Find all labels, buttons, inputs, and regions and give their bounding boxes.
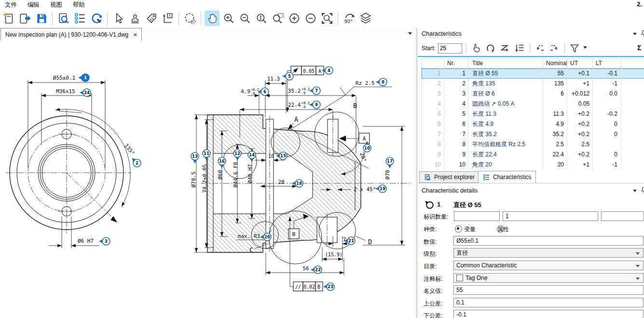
table-row[interactable]: 44圆跳动 ↗ 0.05 A0.05 [422,99,644,109]
select-cursor-icon[interactable] [111,11,126,26]
balloon-19[interactable]: 19 [375,185,386,193]
zoom-in-icon[interactable] [221,11,236,26]
move-next-icon[interactable] [548,42,561,54]
pin-icon[interactable] [641,30,644,38]
stamp-icon[interactable] [127,11,142,26]
zoom-window-icon[interactable] [270,11,285,26]
sort-list-icon[interactable] [514,42,526,54]
details-pin-icon[interactable] [641,187,644,194]
balloon-7[interactable]: 7 [309,87,320,95]
svg-text:7: 7 [343,236,346,243]
balloon-23[interactable]: 23 [323,283,334,290]
balloon-17[interactable]: 17 [386,157,394,168]
count-input-1[interactable] [454,211,500,221]
class-select[interactable]: 直径 [453,248,644,258]
tag-icon[interactable] [144,11,159,26]
pan-hand-icon[interactable] [205,11,219,26]
svg-text:22.4: 22.4 [288,102,301,108]
toolbar-separator [530,43,530,53]
characteristic-name: 直径 Ø 55 [453,201,481,209]
balloon-2[interactable]: 2 [130,156,141,167]
zoom-fit-icon[interactable] [319,11,334,26]
panel-menu-caret-icon[interactable] [633,33,637,37]
svg-text:Ø78.5: Ø78.5 [191,171,197,187]
table-row[interactable]: 1010角度 2020+1-1 [422,160,644,170]
move-previous-icon[interactable] [534,42,546,54]
sum-sigma-button[interactable]: Σ [637,44,641,52]
zoom-dynamic-icon[interactable] [254,11,269,26]
lower-tolerance-input[interactable] [453,310,644,318]
filter-caret-icon[interactable] [583,46,587,51]
document-tab[interactable]: New inspection plan (A) | 930-1200-406-V… [0,28,142,41]
close-tab-icon[interactable]: × [133,31,137,39]
table-row[interactable]: 22角度 135135+1-1 [422,79,644,89]
characteristics-table: Nr. Title Nominal UT LT 11直径 Ø 5555+0.1-… [421,58,644,170]
details-menu-caret-icon[interactable] [633,190,637,194]
tag-checkbox[interactable] [456,275,463,281]
open-document-icon[interactable] [17,11,32,26]
count-input-2[interactable] [503,211,598,221]
svg-text:10: 10 [364,146,370,151]
section-view: 0.05 A 11.3 4.9 +0.2 -0 35.2 +0.2 -0 [191,66,412,291]
table-row[interactable]: 77长度 35.235.2+0.20 [422,129,644,139]
characteristics-list-icon[interactable] [72,11,87,26]
svg-text://: // [295,284,301,290]
svg-text:Ø40 H7: Ø40 H7 [247,164,253,183]
svg-text:14: 14 [249,152,255,157]
svg-text:B: B [292,231,296,237]
drawing-canvas[interactable]: Ø55±0.1 M36x15 Ø6 H7 135° [0,41,416,318]
table-row[interactable]: 11直径 Ø 5555+0.1-0.1 [422,69,644,79]
svg-text:18: 18 [296,181,302,186]
renumber-loop-icon[interactable] [485,42,497,54]
svg-text:21: 21 [348,238,354,243]
table-row[interactable]: 33直径 Ø 66+0.0120.0 [422,89,644,99]
upper-tolerance-input[interactable] [453,298,644,307]
balloon-9[interactable]: 9 [309,101,320,109]
layers-icon[interactable] [358,11,373,26]
radio-variable[interactable] [455,225,462,233]
svg-text:11.3: 11.3 [267,76,280,82]
radio-variable-label[interactable]: 变量 [464,225,476,234]
radio-attribute-label[interactable]: 属性 [497,225,509,234]
select-characteristic-hand-icon[interactable] [470,42,482,54]
nominal-input[interactable] [453,285,644,295]
svg-text:Ø60: Ø60 [217,170,223,180]
find-in-document-icon[interactable] [56,11,71,26]
svg-text:4.9: 4.9 [241,88,250,95]
start-number-input[interactable] [438,43,462,54]
table-row[interactable]: 55长度 11.311.3+0.2-0.2 [422,109,644,119]
balloon-corner-icon[interactable] [160,11,175,26]
table-row[interactable]: 99长度 22.422.4+0.20 [422,150,644,160]
svg-text:11: 11 [204,151,209,156]
zoom-out-icon[interactable] [237,11,252,26]
balloon-5[interactable]: 5 [282,72,293,80]
toolbar-separator [338,12,338,25]
balloon-8[interactable]: 8 [376,78,387,86]
count-input-3[interactable] [601,211,644,221]
rotate-90-icon[interactable]: 90° [342,11,356,26]
table-row[interactable]: 66长度 4.94.9+0.20 [422,119,644,129]
tab-project-explorer[interactable]: Project explorer [419,171,480,183]
balloon-3[interactable]: 3 [99,237,110,245]
balloon-6[interactable]: 6 [258,88,269,96]
svg-text:28: 28 [278,179,284,185]
balloon-1[interactable]: 1 [78,74,89,82]
value-input[interactable] [453,236,644,246]
save-icon[interactable] [34,11,49,26]
filter-icon[interactable] [569,42,581,54]
balloon-13[interactable]: 13 [191,152,199,164]
catalog-select[interactable]: Common Characteristic [453,261,644,270]
tab-characteristics[interactable]: Characteristics [478,171,536,183]
increase-icon[interactable] [287,11,301,26]
svg-text:90°: 90° [344,19,352,24]
settings-wrench-icon[interactable] [89,11,104,26]
new-document-icon[interactable] [1,11,16,26]
panel-splitter[interactable] [416,28,418,318]
zigzag-renumber-icon[interactable] [499,42,511,54]
tab-list-caret-icon[interactable] [408,32,412,37]
tag-select[interactable]: Tag One [453,273,644,283]
decrease-icon[interactable] [303,11,318,26]
lasso-region-icon[interactable] [182,11,197,26]
table-row[interactable]: 88平均值粗糙度 Rz 2.52.52.5 [422,139,644,150]
svg-text:B: B [353,102,357,110]
